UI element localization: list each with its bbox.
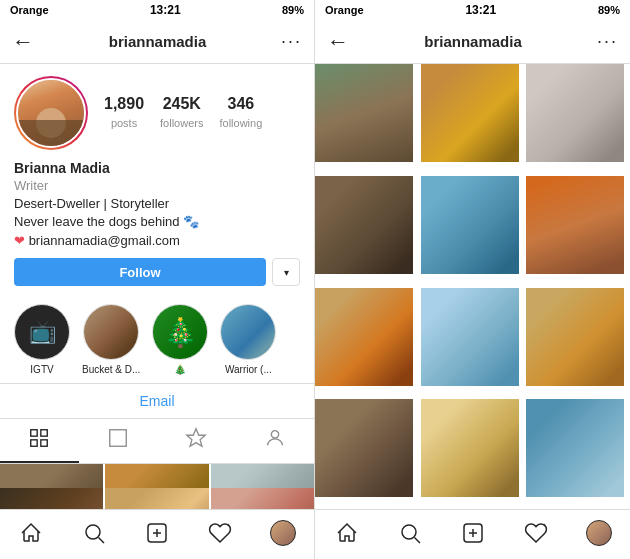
grid-icon <box>28 427 50 454</box>
nav-bar-right: ← briannamadia ··· <box>315 20 630 64</box>
status-bar-left: Orange 13:21 89% <box>0 0 314 20</box>
home-nav-right[interactable] <box>327 513 367 553</box>
bottom-nav-right <box>315 509 630 559</box>
followers-count: 245K <box>160 95 203 113</box>
nav-title-right: briannamadia <box>424 33 522 50</box>
grid-cell-4[interactable] <box>0 488 103 509</box>
search-nav-right[interactable] <box>390 513 430 553</box>
tab-grid[interactable] <box>0 419 79 463</box>
profile-subtitle: Writer <box>14 178 300 193</box>
search-nav-left[interactable] <box>74 513 114 553</box>
follow-button[interactable]: Follow <box>14 258 266 286</box>
profile-bio-line2: Never leave the dogs behind 🐾 <box>14 213 300 231</box>
rp-cell-2[interactable] <box>421 64 519 162</box>
profile-nav-right[interactable] <box>579 513 619 553</box>
svg-rect-2 <box>31 440 37 446</box>
svg-rect-3 <box>41 440 47 446</box>
battery-left: 89% <box>282 4 304 16</box>
following-stat: 346 following <box>219 95 262 131</box>
posts-count: 1,890 <box>104 95 144 113</box>
home-nav-left[interactable] <box>11 513 51 553</box>
tab-profile[interactable] <box>236 419 315 463</box>
portrait-icon <box>107 427 129 454</box>
highlight-igtv[interactable]: 📺 IGTV <box>14 304 70 375</box>
heart-icon: ❤ <box>14 233 25 248</box>
profile-avatar-nav-right <box>586 520 612 546</box>
rp-cell-5[interactable] <box>421 176 519 274</box>
tree-icon: 🎄 <box>163 316 198 349</box>
left-panel: Orange 13:21 89% ← briannamadia ··· <box>0 0 315 559</box>
rp-cell-6[interactable] <box>526 176 624 274</box>
nav-title-left: briannamadia <box>109 33 207 50</box>
rp-cell-3[interactable] <box>526 64 624 162</box>
back-button-left[interactable]: ← <box>12 29 34 55</box>
profile-nav-left[interactable] <box>263 513 303 553</box>
svg-line-8 <box>99 537 105 543</box>
heart-nav-right[interactable] <box>516 513 556 553</box>
dropdown-button[interactable]: ▾ <box>272 258 300 286</box>
highlight-label-igtv: IGTV <box>30 364 53 375</box>
profile-top: 1,890 posts 245K followers 346 following <box>14 76 300 150</box>
profile-email: ❤ briannamadia@gmail.com <box>14 233 300 248</box>
add-nav-right[interactable] <box>453 513 493 553</box>
back-button-right[interactable]: ← <box>327 29 349 55</box>
highlight-circle-tree: 🎄 <box>152 304 208 360</box>
highlight-warrior[interactable]: Warrior (... <box>220 304 276 375</box>
grid-cell-6[interactable] <box>211 488 314 509</box>
highlight-label-warrior: Warrior (... <box>225 364 272 375</box>
heart-nav-left[interactable] <box>200 513 240 553</box>
highlight-circle-bucket <box>83 304 139 360</box>
more-button-left[interactable]: ··· <box>281 31 302 52</box>
highlights-row: 📺 IGTV Bucket & D... 🎄 🎄 Warrior (... <box>0 294 314 384</box>
add-nav-left[interactable] <box>137 513 177 553</box>
time-left: 13:21 <box>150 3 181 17</box>
highlight-circle-warrior <box>220 304 276 360</box>
rp-cell-12[interactable] <box>526 399 624 497</box>
rp-cell-11[interactable] <box>421 399 519 497</box>
svg-point-7 <box>86 525 100 539</box>
action-buttons: Follow ▾ <box>14 258 300 286</box>
svg-rect-1 <box>41 430 47 436</box>
highlight-label-tree: 🎄 <box>174 364 186 375</box>
rp-cell-8[interactable] <box>421 288 519 386</box>
right-panel: Orange 13:21 89% ← briannamadia ··· <box>315 0 630 559</box>
carrier-right: Orange <box>325 4 364 16</box>
rp-cell-1[interactable] <box>315 64 413 162</box>
profile-tabs <box>0 419 314 464</box>
svg-point-6 <box>271 431 278 438</box>
rp-cell-4[interactable] <box>315 176 413 274</box>
highlight-circle-igtv: 📺 <box>14 304 70 360</box>
email-text: briannamadia@gmail.com <box>29 233 180 248</box>
carrier-left: Orange <box>10 4 49 16</box>
svg-point-12 <box>402 525 416 539</box>
star-icon <box>185 427 207 454</box>
svg-rect-4 <box>110 430 127 447</box>
bottom-nav-left <box>0 509 314 559</box>
tab-tagged[interactable] <box>157 419 236 463</box>
profile-name: Brianna Madia <box>14 160 300 176</box>
posts-stat: 1,890 posts <box>104 95 144 131</box>
followers-label: followers <box>160 117 203 129</box>
highlight-label-bucket: Bucket & D... <box>82 364 140 375</box>
profile-bio-line1: Desert-Dweller | Storyteller <box>14 195 300 213</box>
highlight-tree[interactable]: 🎄 🎄 <box>152 304 208 375</box>
status-bar-right: Orange 13:21 89% <box>315 0 630 20</box>
more-button-right[interactable]: ··· <box>597 31 618 52</box>
svg-rect-0 <box>31 430 37 436</box>
profile-stats: 1,890 posts 245K followers 346 following <box>104 95 300 131</box>
rp-cell-10[interactable] <box>315 399 413 497</box>
time-right: 13:21 <box>465 3 496 17</box>
following-label: following <box>219 117 262 129</box>
email-link-row: Email <box>0 384 314 419</box>
tab-portrait[interactable] <box>79 419 158 463</box>
rp-cell-9[interactable] <box>526 288 624 386</box>
posts-label: posts <box>111 117 137 129</box>
following-count: 346 <box>219 95 262 113</box>
rp-cell-7[interactable] <box>315 288 413 386</box>
photo-grid-right <box>315 64 630 509</box>
photo-grid-left <box>0 464 314 509</box>
email-link[interactable]: Email <box>139 393 174 409</box>
avatar-ring[interactable] <box>14 76 88 150</box>
highlight-bucket[interactable]: Bucket & D... <box>82 304 140 375</box>
grid-cell-5[interactable] <box>105 488 208 509</box>
